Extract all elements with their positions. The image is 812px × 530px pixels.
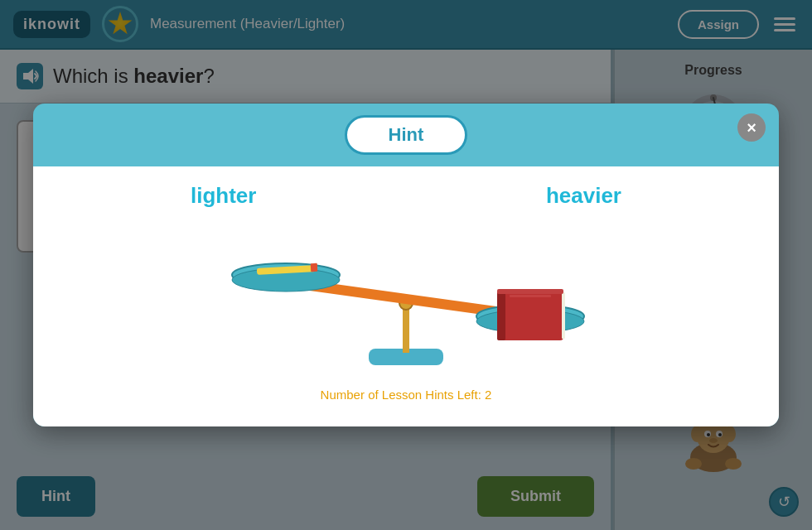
hint-modal-title: Hint	[345, 115, 468, 155]
hints-left-text: Number of Lesson Hints Left: 2	[321, 388, 492, 402]
svg-rect-28	[497, 289, 563, 294]
svg-rect-25	[497, 291, 563, 340]
lighter-label: lighter	[191, 183, 256, 209]
hint-modal: Hint × lighter heavier	[33, 104, 779, 426]
hint-modal-body: lighter heavier	[33, 166, 779, 426]
balance-scale	[174, 212, 638, 378]
hint-modal-header: Hint ×	[33, 104, 779, 166]
svg-rect-29	[510, 295, 551, 297]
svg-rect-27	[562, 292, 565, 339]
modal-overlay[interactable]: Hint × lighter heavier	[0, 0, 812, 530]
svg-rect-26	[497, 291, 505, 340]
scale-labels: lighter heavier	[174, 183, 638, 209]
hint-close-button[interactable]: ×	[737, 113, 766, 142]
svg-rect-22	[311, 263, 318, 272]
heavier-label: heavier	[546, 183, 621, 209]
